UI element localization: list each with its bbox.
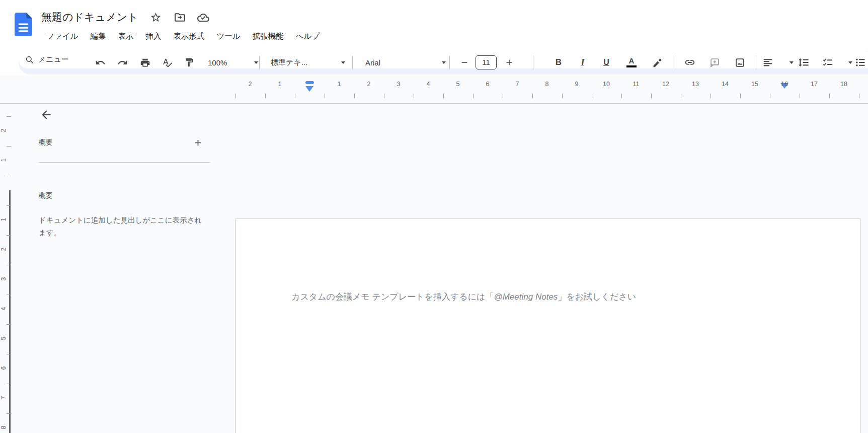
ruler-tick	[235, 94, 236, 98]
horizontal-ruler: 21123456789101112131415161718	[0, 76, 868, 104]
add-comment-button[interactable]	[704, 52, 725, 73]
text-color-button[interactable]: A	[621, 52, 642, 73]
line-spacing-button[interactable]	[794, 52, 814, 73]
outline-empty-message: ドキュメントに追加した見出しがここに表示されます。	[39, 214, 206, 239]
menu-tools[interactable]: ツール	[210, 29, 246, 44]
ruler-number: 14	[721, 81, 729, 88]
toolbar-separator	[676, 56, 676, 69]
ruler-tick	[7, 295, 11, 295]
ruler-number: 16	[780, 81, 788, 88]
ruler-tick	[651, 94, 652, 98]
ruler-tick	[770, 94, 770, 98]
insert-image-button[interactable]	[730, 52, 750, 73]
ruler-tick	[621, 94, 622, 98]
ruler-tick	[711, 94, 711, 98]
ruler-tick	[829, 94, 830, 98]
document-title[interactable]: 無題のドキュメント	[41, 9, 138, 25]
plus-icon	[505, 58, 513, 66]
bold-button[interactable]: B	[548, 52, 569, 73]
placeholder-smart-chip: @Meeting Notes	[494, 292, 558, 302]
menu-file[interactable]: ファイル	[40, 29, 84, 44]
checklist-dropdown[interactable]	[820, 52, 854, 73]
ruler-tick	[7, 384, 11, 384]
paragraph-style-dropdown[interactable]: 標準テキ...	[267, 52, 349, 73]
ruler-tick	[7, 205, 11, 206]
ruler-tick	[7, 146, 11, 147]
chevron-down-icon	[790, 61, 794, 64]
menu-insert[interactable]: 挿入	[139, 29, 167, 44]
undo-button[interactable]	[90, 52, 110, 73]
ruler-tick	[740, 94, 741, 98]
ruler-number: 13	[691, 81, 699, 88]
increase-font-size-button[interactable]	[499, 52, 519, 73]
menu-edit[interactable]: 編集	[84, 29, 112, 44]
ruler-number: 2	[365, 81, 373, 88]
menu-extensions[interactable]: 拡張機能	[247, 29, 290, 44]
move-to-folder-button[interactable]	[173, 11, 186, 24]
star-button[interactable]	[149, 11, 162, 24]
menu-bar: ファイル 編集 表示 挿入 表示形式 ツール 拡張機能 ヘルプ	[40, 29, 326, 44]
italic-button[interactable]: I	[573, 52, 593, 73]
google-docs-app: { "header": { "doc_title": "無題のドキュメント", …	[0, 0, 868, 433]
ruler-number: 6	[0, 364, 7, 372]
decrease-font-size-button[interactable]	[454, 52, 475, 73]
ruler-number: 17	[810, 81, 818, 88]
zoom-dropdown[interactable]: 100%	[204, 52, 262, 73]
underline-button[interactable]: U	[596, 52, 616, 73]
minus-icon	[460, 58, 468, 66]
ruler-tick	[503, 94, 503, 98]
first-line-indent-marker[interactable]	[305, 81, 314, 84]
font-size-input[interactable]: 11	[476, 55, 497, 69]
toolbar-separator	[352, 56, 353, 69]
menu-help[interactable]: ヘルプ	[290, 29, 326, 44]
highlighter-icon	[653, 57, 663, 67]
add-heading-button[interactable]	[190, 135, 205, 150]
placeholder-suffix: 」をお試しください	[558, 292, 636, 302]
left-indent-marker[interactable]	[305, 86, 313, 92]
ruler-number: 9	[573, 81, 581, 88]
ruler-tick	[859, 94, 859, 98]
redo-button[interactable]	[112, 52, 132, 73]
text-color-glyph: A	[629, 57, 635, 64]
ruler-tick	[325, 94, 325, 98]
highlight-color-button[interactable]	[648, 52, 668, 73]
ruler-number: 2	[0, 126, 7, 134]
comment-add-icon	[709, 57, 720, 68]
document-status-button[interactable]	[197, 11, 210, 24]
google-docs-logo-icon[interactable]	[15, 13, 32, 36]
ruler-number: 1	[0, 215, 7, 224]
close-outline-button[interactable]	[37, 106, 55, 124]
underline-glyph: U	[603, 58, 609, 67]
font-family-dropdown[interactable]: Arial	[361, 52, 450, 73]
bulleted-list-button[interactable]	[850, 52, 868, 73]
menu-view[interactable]: 表示	[112, 29, 139, 44]
document-canvas: カスタムの会議メモ テンプレートを挿入するには「@Meeting Notes」を…	[0, 104, 868, 433]
ruler-tick	[532, 94, 533, 98]
chevron-down-icon	[254, 61, 258, 64]
ruler-number: 10	[602, 81, 610, 88]
print-button[interactable]	[135, 52, 155, 73]
meeting-notes-placeholder[interactable]: カスタムの会議メモ テンプレートを挿入するには「@Meeting Notes」を…	[291, 291, 636, 303]
header: 無題のドキュメント ファイル 編集 表示 挿入 表示形式 ツール 拡張機能 ヘル…	[0, 0, 868, 51]
ruler-tick	[7, 413, 11, 414]
document-page[interactable]: カスタムの会議メモ テンプレートを挿入するには「@Meeting Notes」を…	[235, 219, 860, 433]
ruler-tick	[443, 94, 444, 98]
ruler-number: 3	[0, 275, 7, 283]
spelling-check-button[interactable]	[157, 52, 177, 73]
outline-section-heading: 概要	[39, 191, 52, 200]
toolbar-separator	[533, 56, 533, 69]
paint-format-button[interactable]	[179, 52, 199, 73]
chevron-down-icon	[341, 61, 345, 64]
plus-icon	[193, 138, 203, 148]
menu-format[interactable]: 表示形式	[167, 29, 210, 44]
zoom-value: 100%	[208, 58, 227, 67]
outline-divider	[39, 162, 210, 163]
toolbar: メニュー 100% 標準テキ... Arial 11 B I U A	[19, 51, 868, 75]
ruler-number: 12	[662, 81, 670, 88]
outline-header-label: 概要	[39, 138, 205, 147]
insert-link-button[interactable]	[680, 52, 700, 73]
align-dropdown[interactable]	[760, 52, 796, 73]
paint-roller-icon	[184, 57, 194, 67]
ruler-number: 3	[394, 81, 403, 88]
ruler-number: 1	[0, 156, 7, 164]
